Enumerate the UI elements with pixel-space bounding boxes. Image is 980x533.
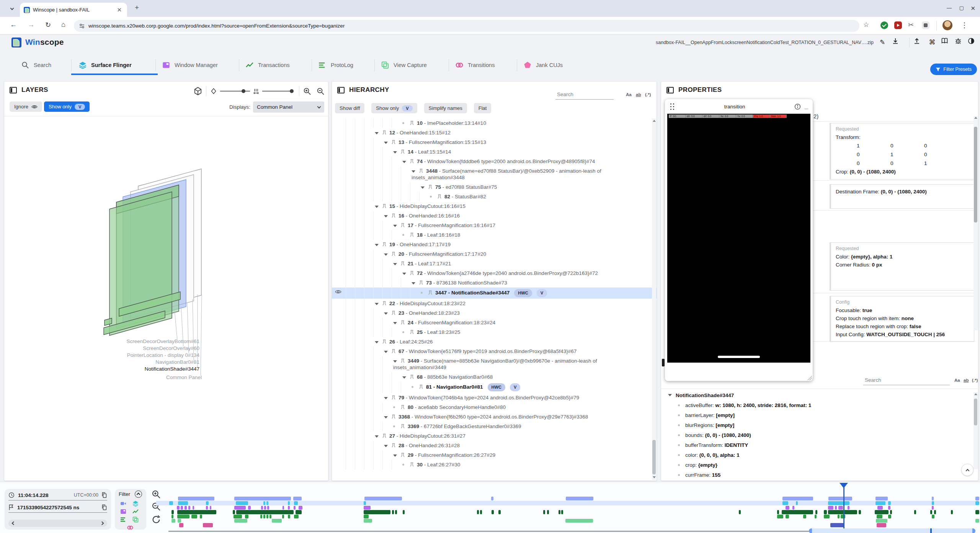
expand-arrow-icon[interactable] xyxy=(375,341,379,343)
transactions-entry[interactable] xyxy=(236,510,294,514)
pin-icon[interactable] xyxy=(410,271,414,276)
transactions-entry[interactable] xyxy=(951,510,953,514)
expand-arrow-icon[interactable] xyxy=(393,151,397,154)
reload-icon[interactable]: ↻ xyxy=(45,21,51,29)
zoom-range-right-handle[interactable] xyxy=(972,528,975,533)
expand-arrow-icon[interactable] xyxy=(375,435,379,438)
expand-arrow-icon[interactable] xyxy=(384,397,388,399)
surface-flinger-entry[interactable] xyxy=(206,501,209,505)
hierarchy-node[interactable]: 24 - FullscreenMagnification:18:23#24 xyxy=(332,318,657,327)
pin-icon[interactable] xyxy=(391,349,396,354)
proto-property[interactable]: crop: {empty} xyxy=(666,460,977,470)
show-only-button[interactable]: Show onlyV xyxy=(44,101,90,112)
expand-arrow-icon[interactable] xyxy=(412,170,415,173)
transactions-entry[interactable] xyxy=(492,510,494,514)
view-capture-entry[interactable] xyxy=(178,519,181,523)
surface-flinger-entry[interactable] xyxy=(796,501,798,505)
expand-arrow-icon[interactable] xyxy=(384,312,388,315)
surface-flinger-entry[interactable] xyxy=(294,501,298,505)
screen-recording-entry[interactable] xyxy=(566,497,593,500)
hierarchy-node[interactable]: 82 - StatusBar#82 xyxy=(332,192,657,201)
transactions-entry[interactable] xyxy=(739,510,741,514)
window-manager-entry[interactable] xyxy=(188,506,190,510)
protolog-entry[interactable] xyxy=(282,515,284,518)
window-manager-entry[interactable] xyxy=(877,506,883,510)
transactions-entry[interactable] xyxy=(828,510,857,514)
displays-select[interactable]: Common Panel xyxy=(253,101,324,113)
hierarchy-node[interactable]: 67 - WindowToken{e5176f9 type=2019 andro… xyxy=(332,347,657,356)
info-icon[interactable] xyxy=(794,103,801,110)
transactions-entry[interactable] xyxy=(859,510,861,514)
hierarchy-node[interactable]: 30 - Leaf:26:27#30 xyxy=(332,460,657,469)
proto-property[interactable]: activeBuffer: w: 1080, h: 2400, stride: … xyxy=(666,400,977,410)
zoom-out-icon[interactable] xyxy=(317,87,325,95)
hierarchy-node[interactable]: 15 - HideDisplayCutout:16:16#15 xyxy=(332,201,657,211)
pin-icon[interactable] xyxy=(391,395,396,400)
hierarchy-node[interactable]: 17 - FullscreenMagnification:16:16#17 xyxy=(332,221,657,230)
expand-arrow-icon[interactable] xyxy=(375,132,379,134)
pin-icon[interactable] xyxy=(437,194,442,199)
surface-flinger-entry[interactable] xyxy=(975,501,979,505)
transactions-entry[interactable] xyxy=(543,510,545,514)
hierarchy-node[interactable]: 3448 - Surface(name=ed70f88 StatusBar)/@… xyxy=(332,166,657,182)
transactions-entry[interactable] xyxy=(559,510,560,514)
pin-icon[interactable] xyxy=(391,443,396,448)
proto-property[interactable]: color: (0, 0, 0), alpha: 1 xyxy=(666,450,977,460)
properties-scrollbar[interactable] xyxy=(973,116,978,330)
expand-arrow-icon[interactable] xyxy=(393,322,397,324)
surface-flinger-entry[interactable] xyxy=(828,501,849,505)
hierarchy-node[interactable]: 18 - Leaf:16:16#18 xyxy=(332,230,657,240)
protolog-entry[interactable] xyxy=(245,515,248,518)
transactions-entry[interactable] xyxy=(477,510,479,514)
profile-avatar[interactable] xyxy=(942,20,952,30)
window-manager-entry[interactable] xyxy=(838,506,843,510)
view-capture-entry[interactable] xyxy=(234,519,247,523)
regex-icon[interactable]: (.*) xyxy=(645,92,651,97)
proto-property[interactable]: bufferTransform: IDENTITY xyxy=(666,440,977,450)
minimize-icon[interactable]: _ xyxy=(805,103,808,110)
hierarchy-flat-button[interactable]: Flat xyxy=(474,103,492,113)
transition-overlay-card[interactable]: transition _ P: 0/1dX: 0.0dY: 0.0Xv: 0.0… xyxy=(665,99,813,381)
protolog-entry[interactable] xyxy=(260,515,262,518)
transactions-entry[interactable] xyxy=(914,510,916,514)
pin-icon[interactable] xyxy=(382,204,387,209)
protolog-entry[interactable] xyxy=(803,515,806,518)
bookmark-star-icon[interactable]: ☆ xyxy=(863,21,869,29)
protolog-entry[interactable] xyxy=(288,515,290,518)
documentation-icon[interactable] xyxy=(941,38,951,47)
pin-icon[interactable] xyxy=(410,159,414,164)
proto-scrollbar[interactable] xyxy=(973,392,978,469)
surface-flinger-entry[interactable] xyxy=(288,501,290,505)
pin-icon[interactable] xyxy=(400,405,405,410)
transactions-entry[interactable] xyxy=(777,510,779,514)
window-manager-entry[interactable] xyxy=(299,506,302,510)
pin-icon[interactable] xyxy=(410,462,414,467)
surface-flinger-entry[interactable] xyxy=(782,501,788,505)
timeline-zoom-range[interactable] xyxy=(809,528,975,533)
extension-check-icon[interactable] xyxy=(880,21,888,29)
dark-mode-icon[interactable] xyxy=(968,38,978,47)
protolog-entry[interactable] xyxy=(177,515,189,518)
window-manager-entry[interactable] xyxy=(248,506,251,510)
window-manager-entry[interactable] xyxy=(294,506,296,510)
pin-icon[interactable] xyxy=(382,301,387,306)
scissors-extension-icon[interactable]: ✂ xyxy=(908,21,914,29)
window-manager-entry[interactable] xyxy=(828,506,833,510)
hierarchy-show-only-button[interactable]: Show onlyV xyxy=(371,103,417,113)
timeline-scroll-track[interactable] xyxy=(168,531,809,532)
hierarchy-node[interactable]: 14 - Leaf:15:15#14 xyxy=(332,147,657,157)
tab-transactions[interactable]: Transactions xyxy=(246,57,306,73)
new-tab-button[interactable]: + xyxy=(135,3,139,12)
hierarchy-node[interactable]: 3368 - WindowToken{f6b2f60 type=2024 and… xyxy=(332,412,657,422)
surface-flinger-entry[interactable] xyxy=(263,501,265,505)
pin-icon[interactable] xyxy=(391,252,396,257)
tab-surface-flinger[interactable]: Surface Flinger xyxy=(79,57,150,73)
transactions-entry[interactable] xyxy=(296,510,302,514)
protolog-entry[interactable] xyxy=(364,515,369,518)
window-manager-entry[interactable] xyxy=(848,506,849,510)
window-manager-entry[interactable] xyxy=(792,506,794,510)
proto-property[interactable]: blurRegions: [empty] xyxy=(666,420,977,430)
pin-icon[interactable] xyxy=(400,358,405,363)
transactions-entry[interactable] xyxy=(815,510,817,514)
tab-close-icon[interactable]: ✕ xyxy=(115,7,123,13)
